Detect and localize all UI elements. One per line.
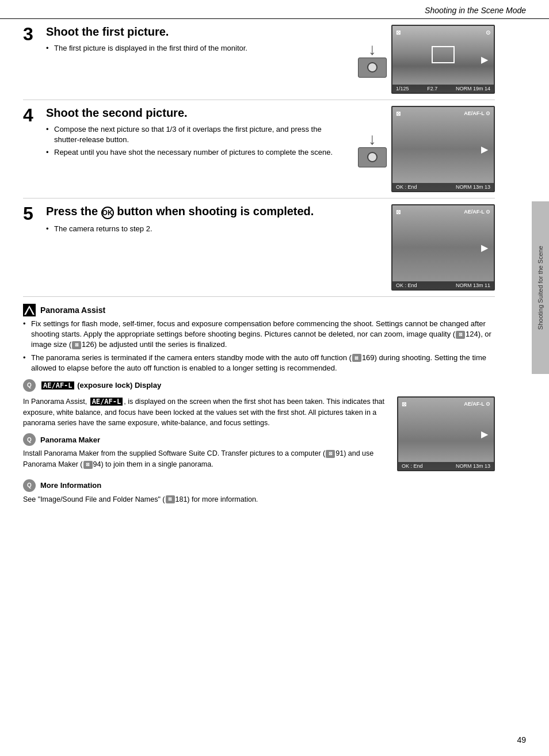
step-4-camera-illustration: ↓: [358, 131, 387, 167]
page-header: Shooting in the Scene Mode: [0, 0, 549, 19]
ae-af-screen-norm: NORM 13m 13: [456, 463, 490, 469]
ae-af-screen-arrow: ▶: [481, 428, 488, 439]
screen-5-ok: OK : End: [396, 282, 417, 288]
screen-4-top-left: ⊠: [396, 110, 401, 117]
screen-4-norm: NORM 13m 13: [456, 184, 490, 190]
panorama-maker-header: Q Panorama Maker: [23, 433, 386, 446]
more-info-title: More Information: [40, 481, 101, 490]
panorama-assist-section: Panorama Assist Fix settings for flash m…: [23, 304, 495, 373]
step-5-body: The camera returns to step 2.: [46, 224, 380, 234]
panorama-assist-bullet-1: Fix settings for flash mode, self-timer,…: [23, 319, 495, 350]
screen-3-arrow: ▶: [481, 54, 488, 65]
ae-af-title: AE/AF-L (exposure lock) Display: [40, 381, 161, 390]
screen-3-bottom: 1/125 F2.7 NORM 19m 14: [392, 85, 494, 93]
panorama-assist-icon: [23, 304, 36, 316]
step-4-section: 4 Shoot the second picture. Compose the …: [23, 106, 495, 198]
screen-4-top: ⊠ AE/AF-L ⊙: [392, 109, 494, 118]
step-4-bullets: Compose the next picture so that 1/3 of …: [46, 124, 346, 158]
step-4-number: 4: [23, 106, 40, 124]
screen-3-shutter: 1/125: [396, 86, 409, 91]
ref-icon-126: ⊠: [72, 341, 81, 349]
panorama-maker-body: Install Panorama Maker from the supplied…: [23, 448, 386, 470]
screen-3-top-left: ⊠: [396, 29, 401, 36]
step-5-bullet-1: The camera returns to step 2.: [46, 224, 380, 234]
ae-af-screen-bottom: OK : End NORM 13m 13: [398, 462, 494, 470]
arrow-down-icon-4: ↓: [368, 131, 376, 147]
camera-lens: [367, 62, 378, 72]
step-3-screen: ⊠ ⊙ ▶ 1/125 F2.7 NORM 19m 14: [391, 25, 495, 94]
panorama-assist-bullets: Fix settings for flash mode, self-timer,…: [23, 319, 495, 373]
step-5-screen: ⊠ AE/AF-L ⊙ ▶ OK : End NORM 13m 11: [391, 204, 495, 291]
ae-af-title-rest: (exposure lock) Display: [77, 381, 161, 390]
screen-5-norm: NORM 13m 11: [456, 282, 490, 288]
step-4-header: 4 Shoot the second picture.: [23, 106, 346, 124]
screen-5-top: ⊠ AE/AF-L ⊙: [392, 208, 494, 216]
ae-af-screen-top-left: ⊠: [402, 401, 406, 407]
ae-af-screen: ⊠ AE/AF-L ⊙ ▶ OK : End NORM 13m 13: [397, 396, 495, 471]
screen-5-top-left: ⊠: [396, 209, 401, 215]
panorama-assist-header: Panorama Assist: [23, 304, 495, 316]
ae-af-section: Q AE/AF-L (exposure lock) Display In Pan…: [23, 379, 495, 474]
camera-body-4: [358, 147, 387, 167]
step-4-left: 4 Shoot the second picture. Compose the …: [23, 106, 358, 161]
step-3-section: 3 Shoot the first picture. The first pic…: [23, 25, 495, 100]
arrow-down-icon: ↓: [368, 41, 376, 58]
ae-af-icon: Q: [23, 379, 36, 392]
screen-3-top-right: ⊙: [486, 29, 490, 36]
more-info-body: See "Image/Sound File and Folder Names" …: [23, 494, 495, 505]
step-4-right: ↓ ⊠ AE/AF-L ⊙ ▶ OK : End NORM 13m 13: [358, 106, 495, 192]
ae-af-screen-top: ⊠ AE/AF-L ⊙: [398, 400, 494, 408]
step-3-bullet-1: The first picture is displayed in the fi…: [46, 43, 346, 54]
step-4-body: Compose the next picture so that 1/3 of …: [46, 124, 346, 158]
screen-5-arrow: ▶: [481, 242, 488, 253]
step-3-camera-illustration: ↓: [358, 41, 387, 78]
ae-af-body-wrap: In Panorama Assist, AE/AF-L, is displaye…: [23, 396, 495, 474]
screen-5-ae-af: AE/AF-L ⊙: [464, 209, 490, 215]
step-5-right: ⊠ AE/AF-L ⊙ ▶ OK : End NORM 13m 11: [391, 204, 495, 291]
ref-icon-181: ⊠: [166, 495, 175, 503]
more-info-header: Q More Information: [23, 479, 495, 492]
step-5-number: 5: [23, 204, 40, 223]
more-info-icon: Q: [23, 479, 36, 492]
step-5-title: Press the OK button when shooting is com…: [46, 204, 314, 219]
step-4-bullet-2: Repeat until you have shot the necessary…: [46, 147, 346, 158]
ref-icon-94: ⊠: [83, 461, 93, 469]
step-5-title-wrap: Press the OK button when shooting is com…: [46, 204, 314, 224]
screen-4-ok: OK : End: [396, 184, 417, 190]
header-title: Shooting in the Scene Mode: [425, 6, 526, 15]
sidebar-tab: Shooting Suited for the Scene: [532, 201, 549, 374]
ref-icon-124: ⊠: [456, 331, 465, 339]
step-4-bullet-1: Compose the next picture so that 1/3 of …: [46, 124, 346, 145]
step-5-section: 5 Press the OK button when shooting is c…: [23, 204, 495, 297]
step-3-header: 3 Shoot the first picture.: [23, 25, 346, 43]
sidebar-tab-label: Shooting Suited for the Scene: [537, 246, 544, 330]
ae-af-label-text: AE/AF-L: [41, 381, 74, 390]
ae-af-screen-ok: OK : End: [402, 463, 423, 469]
step-5-header: 5 Press the OK button when shooting is c…: [23, 204, 380, 224]
ae-af-inline-label: AE/AF-L: [90, 398, 123, 406]
step-3-bullets: The first picture is displayed in the fi…: [46, 43, 346, 54]
screen-5-bottom: OK : End NORM 13m 11: [392, 281, 494, 289]
screen-3-aperture: F2.7: [427, 86, 437, 91]
step-3-right: ↓ ⊠ ⊙ ▶ 1/125 F2.7 NORM 19m 14: [358, 25, 495, 94]
panorama-maker-icon: Q: [23, 433, 36, 446]
step-4-screen: ⊠ AE/AF-L ⊙ ▶ OK : End NORM 13m 13: [391, 106, 495, 192]
page-number: 49: [517, 735, 526, 744]
screen-3-focus-bracket: [432, 46, 455, 63]
ae-af-screen-ae: AE/AF-L ⊙: [464, 401, 490, 407]
step-3-body: The first picture is displayed in the fi…: [46, 43, 346, 54]
main-content: 3 Shoot the first picture. The first pic…: [0, 19, 518, 521]
screen-4-bottom: OK : End NORM 13m 13: [392, 183, 494, 191]
more-info-section: Q More Information See "Image/Sound File…: [23, 479, 495, 505]
step-4-title: Shoot the second picture.: [46, 106, 188, 120]
camera-lens-4: [367, 152, 378, 162]
ae-af-body: In Panorama Assist, AE/AF-L, is displaye…: [23, 396, 386, 474]
step-3-number: 3: [23, 25, 40, 43]
panorama-assist-bullet-2: The panorama series is terminated if the…: [23, 353, 495, 373]
screen-4-arrow: ▶: [481, 144, 488, 155]
screen-4-ae-af: AE/AF-L ⊙: [464, 110, 490, 117]
screen-3-norm: NORM 19m 14: [456, 86, 490, 91]
screen-bg-4: [392, 107, 494, 191]
panorama-maker-title: Panorama Maker: [40, 436, 100, 444]
step-3-title: Shoot the first picture.: [46, 25, 169, 39]
